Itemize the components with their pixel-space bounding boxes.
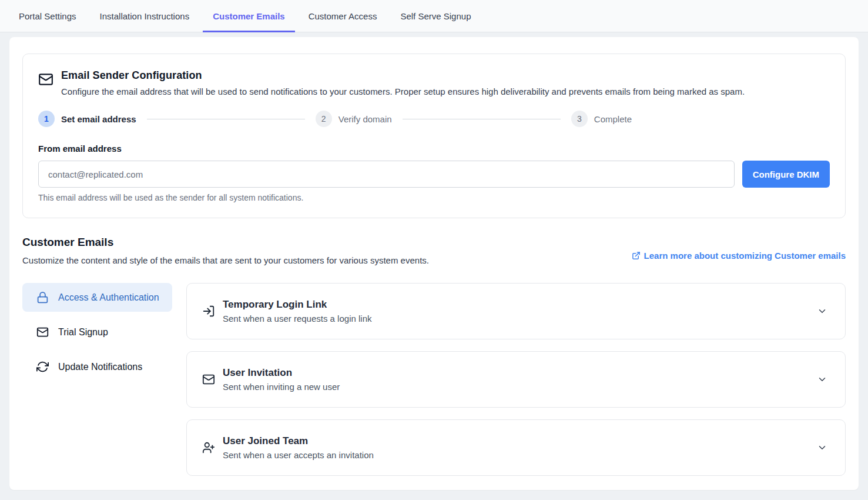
email-card-description: Sent when a user requests a login link (223, 314, 809, 324)
email-template-list: Temporary Login Link Sent when a user re… (186, 283, 846, 476)
sidebar-item-access-authentication[interactable]: Access & Authentication (22, 283, 172, 312)
login-icon (202, 305, 215, 318)
step-number: 2 (316, 111, 332, 127)
tab-customer-access[interactable]: Customer Access (299, 0, 387, 32)
step-number: 1 (38, 111, 55, 127)
tab-label: Portal Settings (19, 11, 76, 21)
mail-icon (202, 373, 215, 386)
sidebar-item-label: Update Notifications (58, 362, 142, 372)
email-card-description: Sent when a user accepts an invitation (223, 450, 809, 460)
sidebar-item-label: Access & Authentication (58, 292, 159, 303)
step-label: Verify domain (339, 114, 392, 124)
configure-dkim-button[interactable]: Configure DKIM (742, 161, 830, 188)
user-plus-icon (202, 441, 215, 454)
step-complete: 3 Complete (571, 111, 632, 127)
refresh-icon (36, 361, 49, 373)
email-card-title: User Joined Team (223, 435, 809, 447)
learn-more-link[interactable]: Learn more about customizing Customer em… (632, 245, 846, 265)
email-card-description: Sent when inviting a new user (223, 382, 809, 392)
email-card-title: Temporary Login Link (223, 299, 809, 311)
external-link-icon (632, 251, 641, 260)
tab-customer-emails[interactable]: Customer Emails (203, 0, 295, 32)
tab-label: Customer Access (309, 11, 377, 21)
step-number: 3 (571, 111, 588, 127)
sender-config-title: Email Sender Configuration (61, 69, 745, 82)
tab-self-serve-signup[interactable]: Self Serve Signup (390, 0, 481, 32)
tab-installation-instructions[interactable]: Installation Instructions (90, 0, 200, 32)
tab-portal-settings[interactable]: Portal Settings (9, 0, 86, 32)
sender-config-description: Configure the email address that will be… (61, 86, 745, 96)
chevron-down-icon[interactable] (817, 306, 827, 316)
email-card-user-invitation[interactable]: User Invitation Sent when inviting a new… (186, 351, 846, 408)
step-connector (403, 119, 561, 119)
mail-icon (38, 72, 53, 96)
chevron-down-icon[interactable] (817, 442, 827, 453)
customer-emails-description: Customize the content and style of the e… (22, 255, 429, 265)
tab-label: Customer Emails (213, 11, 285, 21)
from-email-helper-text: This email address will be used as the s… (38, 193, 830, 202)
email-card-title: User Invitation (223, 367, 809, 379)
tab-label: Installation Instructions (100, 11, 190, 21)
sidebar-item-label: Trial Signup (58, 327, 108, 338)
sidebar-item-trial-signup[interactable]: Trial Signup (22, 318, 172, 346)
step-connector (147, 119, 305, 119)
from-email-label: From email address (38, 144, 830, 154)
customer-emails-page: Email Sender Configuration Configure the… (9, 37, 859, 490)
sidebar-item-update-notifications[interactable]: Update Notifications (22, 352, 172, 381)
email-card-temporary-login-link[interactable]: Temporary Login Link Sent when a user re… (186, 283, 846, 339)
sender-setup-stepper: 1 Set email address 2 Verify domain 3 Co… (38, 111, 632, 127)
mail-icon (36, 326, 49, 338)
step-label: Complete (594, 114, 632, 124)
tab-label: Self Serve Signup (400, 11, 471, 21)
chevron-down-icon[interactable] (817, 374, 827, 385)
customer-emails-title: Customer Emails (22, 236, 429, 249)
email-category-sidebar: Access & Authentication Trial Signup Upd… (22, 283, 172, 476)
step-set-email-address: 1 Set email address (38, 111, 136, 127)
lock-icon (36, 291, 49, 304)
email-sender-configuration-card: Email Sender Configuration Configure the… (22, 54, 846, 218)
step-label: Set email address (61, 114, 136, 124)
step-verify-domain: 2 Verify domain (316, 111, 392, 127)
from-email-input[interactable] (38, 161, 735, 188)
learn-more-label: Learn more about customizing Customer em… (644, 251, 846, 261)
settings-tab-bar: Portal Settings Installation Instruction… (0, 0, 868, 32)
email-card-user-joined-team[interactable]: User Joined Team Sent when a user accept… (186, 419, 846, 476)
